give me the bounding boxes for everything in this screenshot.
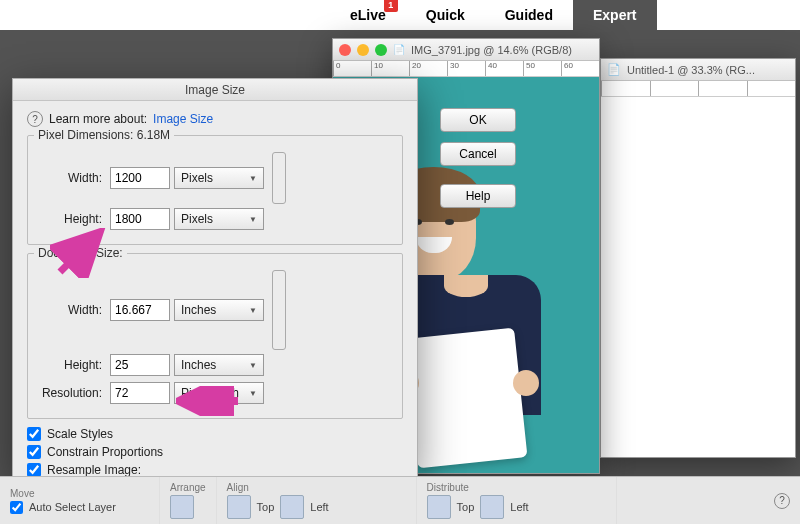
arrange-label: Arrange <box>170 482 206 493</box>
align-top-icon[interactable] <box>227 495 251 519</box>
dialog-title: Image Size <box>13 79 417 101</box>
width-label: Width: <box>38 171 106 185</box>
mode-tab-label: eLive <box>350 7 386 23</box>
learn-link[interactable]: Image Size <box>153 112 213 126</box>
mode-tab-elive[interactable]: eLive 1 <box>330 0 406 30</box>
help-button[interactable]: Help <box>440 184 516 208</box>
doc-height-label: Height: <box>38 358 106 372</box>
mode-tab-bar: eLive 1 Quick Guided Expert <box>0 0 800 30</box>
options-bar: Move Auto Select Layer Arrange Align Top… <box>0 476 800 524</box>
doc-height-input[interactable] <box>110 354 170 376</box>
link-icon[interactable] <box>272 152 286 204</box>
minimize-icon[interactable] <box>357 44 369 56</box>
doc-width-input[interactable] <box>110 299 170 321</box>
canvas[interactable] <box>601 97 795 457</box>
learn-label: Learn more about: <box>49 112 147 126</box>
help-icon[interactable]: ? <box>774 493 790 509</box>
ruler: 0102030405060 <box>333 61 599 77</box>
mode-tab-label: Guided <box>505 7 553 23</box>
options-panel-title: Move <box>10 488 149 499</box>
dialog-button-column: OK Cancel Help <box>440 108 516 208</box>
distribute-top-icon[interactable] <box>427 495 451 519</box>
window-title: Untitled-1 @ 33.3% (RG... <box>627 64 755 76</box>
document-icon: 📄 <box>607 63 621 76</box>
ok-button[interactable]: OK <box>440 108 516 132</box>
traffic-lights[interactable] <box>339 44 387 56</box>
zoom-icon[interactable] <box>375 44 387 56</box>
document-window-untitled[interactable]: 📄 Untitled-1 @ 33.3% (RG... <box>600 58 796 458</box>
window-title: IMG_3791.jpg @ 14.6% (RGB/8) <box>411 44 572 56</box>
doc-width-unit-select[interactable]: Inches <box>174 299 264 321</box>
mode-tab-label: Quick <box>426 7 465 23</box>
resolution-unit-select[interactable]: Pixels/Inch <box>174 382 264 404</box>
resolution-label: Resolution: <box>38 386 106 400</box>
resample-image-checkbox[interactable]: Resample Image: <box>27 463 403 477</box>
mode-tab-expert[interactable]: Expert <box>573 0 657 30</box>
document-size-group: Width: Inches Height: Inches Resolution:… <box>27 253 403 419</box>
constrain-proportions-checkbox[interactable]: Constrain Proportions <box>27 445 403 459</box>
pixel-height-unit-select[interactable]: Pixels <box>174 208 264 230</box>
arrange-icon[interactable] <box>170 495 194 519</box>
distribute-label: Distribute <box>427 482 606 493</box>
pixel-width-unit-select[interactable]: Pixels <box>174 167 264 189</box>
mode-tab-label: Expert <box>593 7 637 23</box>
doc-width-label: Width: <box>38 303 106 317</box>
distribute-left-icon[interactable] <box>480 495 504 519</box>
titlebar[interactable]: 📄 IMG_3791.jpg @ 14.6% (RGB/8) <box>333 39 599 61</box>
pixel-width-input[interactable] <box>110 167 170 189</box>
link-icon[interactable] <box>272 270 286 350</box>
image-size-dialog: Image Size ? Learn more about: Image Siz… <box>12 78 418 478</box>
scale-styles-checkbox[interactable]: Scale Styles <box>27 427 403 441</box>
help-icon[interactable]: ? <box>27 111 43 127</box>
ruler <box>601 81 795 97</box>
notification-badge: 1 <box>384 0 398 12</box>
close-icon[interactable] <box>339 44 351 56</box>
pixel-dimensions-group: Width: Pixels Height: Pixels <box>27 135 403 245</box>
mode-tab-guided[interactable]: Guided <box>485 0 573 30</box>
doc-height-unit-select[interactable]: Inches <box>174 354 264 376</box>
mode-tab-quick[interactable]: Quick <box>406 0 485 30</box>
align-label: Align <box>227 482 406 493</box>
titlebar[interactable]: 📄 Untitled-1 @ 33.3% (RG... <box>601 59 795 81</box>
resolution-input[interactable] <box>110 382 170 404</box>
auto-select-layer-checkbox[interactable]: Auto Select Layer <box>10 501 149 514</box>
align-left-icon[interactable] <box>280 495 304 519</box>
height-label: Height: <box>38 212 106 226</box>
pixel-height-input[interactable] <box>110 208 170 230</box>
cancel-button[interactable]: Cancel <box>440 142 516 166</box>
